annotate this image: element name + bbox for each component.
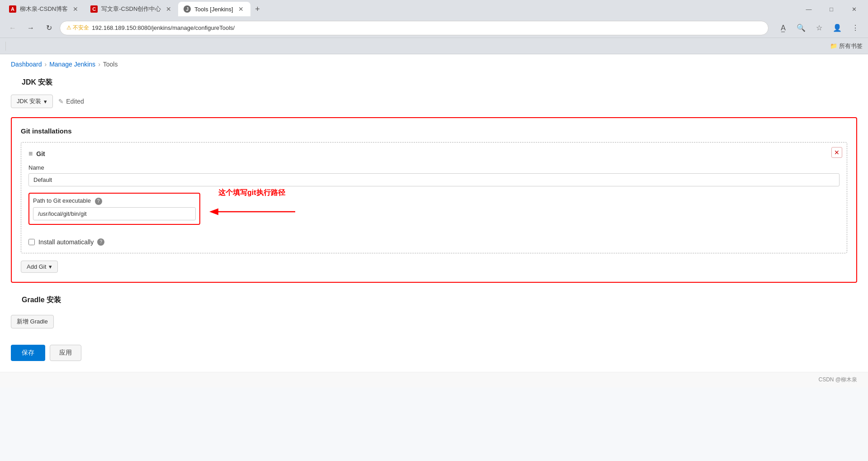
reload-button[interactable]: ↻	[42, 21, 56, 35]
install-auto-label: Install automatically	[38, 238, 94, 246]
close-window-button[interactable]: ✕	[844, 2, 864, 16]
address-bar-input[interactable]: ⚠ 不安全 192.168.189.150:8080/jenkins/manag…	[60, 21, 769, 35]
back-button[interactable]: ←	[5, 21, 20, 35]
git-card-name-label: Git	[36, 150, 45, 157]
tab-jenkins[interactable]: J Tools [Jenkins] ✕	[178, 2, 250, 16]
git-path-label: Path to Git executable ?	[33, 197, 196, 205]
tab-title-csdn-write: 写文章-CSDN创作中心	[101, 5, 161, 13]
tab-favicon-csdn2: C	[90, 5, 98, 13]
git-name-label: Name	[28, 164, 840, 171]
menu-icon[interactable]: ⋮	[848, 21, 863, 35]
tab-title-csdn-blog: 柳木泉-CSDN博客	[20, 5, 68, 13]
gradle-section-title: Gradle 安装	[11, 292, 857, 310]
profile-icon[interactable]: 👤	[830, 21, 844, 35]
edit-pencil-icon: ✎	[58, 98, 64, 105]
breadcrumb: Dashboard › Manage Jenkins › Tools	[0, 54, 868, 74]
search-icon[interactable]: 🔍	[794, 21, 808, 35]
gradle-section: Gradle 安装 新增 Gradle	[0, 292, 868, 337]
tab-close-csdn-write[interactable]: ✕	[165, 5, 173, 13]
action-buttons-row: 保存 应用	[0, 337, 868, 372]
add-git-row: Add Git ▾	[21, 261, 847, 273]
git-path-annotation-container: 这个填写git执行路径	[28, 193, 840, 225]
security-warning: ⚠ 不安全	[66, 24, 89, 32]
apply-button[interactable]: 应用	[50, 345, 81, 361]
breadcrumb-dashboard[interactable]: Dashboard	[11, 61, 42, 68]
install-auto-help-icon[interactable]: ?	[97, 238, 104, 246]
page-footer: CSDN @柳木泉	[0, 372, 868, 387]
git-card: ≡ Git ✕ Name 这个填写git执行路径	[21, 142, 847, 253]
install-auto-checkbox[interactable]	[28, 239, 35, 245]
git-path-input[interactable]	[33, 207, 196, 220]
jdk-edited-label: ✎ Edited	[58, 98, 84, 105]
new-tab-button[interactable]: +	[250, 2, 265, 16]
forward-button[interactable]: →	[24, 21, 38, 35]
git-name-input[interactable]	[28, 173, 840, 186]
jdk-section-title: JDK 安装	[11, 74, 857, 93]
jdk-dropdown[interactable]: JDK 安装 ▾	[11, 95, 53, 108]
tab-title-jenkins: Tools [Jenkins]	[194, 6, 233, 13]
tab-close-jenkins[interactable]: ✕	[237, 5, 245, 13]
breadcrumb-sep1: ›	[45, 61, 47, 68]
minimize-button[interactable]: —	[798, 2, 819, 16]
address-text: 192.168.189.150:8080/jenkins/manage/conf…	[92, 24, 235, 31]
git-card-header: ≡ Git	[28, 150, 840, 158]
add-gradle-button[interactable]: 新增 Gradle	[11, 315, 54, 328]
save-button[interactable]: 保存	[11, 345, 45, 361]
breadcrumb-manage-jenkins[interactable]: Manage Jenkins	[49, 61, 95, 68]
tab-csdn-write[interactable]: C 写文章-CSDN创作中心 ✕	[85, 2, 178, 16]
install-auto-row: Install automatically ?	[28, 238, 840, 246]
annotation-text: 这个填写git执行路径	[218, 188, 285, 198]
breadcrumb-tools: Tools	[103, 61, 118, 68]
tab-favicon-csdn1: A	[9, 5, 16, 13]
tab-csdn-blog[interactable]: A 柳木泉-CSDN博客 ✕	[4, 2, 85, 16]
translate-icon[interactable]: A̲	[776, 21, 790, 35]
annotation-arrow	[209, 206, 300, 219]
add-git-button[interactable]: Add Git ▾	[21, 261, 58, 273]
add-git-arrow: ▾	[49, 263, 52, 270]
bookmark-icon[interactable]: ☆	[812, 21, 826, 35]
tab-favicon-jenkins: J	[184, 5, 191, 13]
jdk-dropdown-arrow: ▾	[44, 98, 47, 105]
git-section-title: Git installations	[21, 127, 847, 135]
drag-handle-icon[interactable]: ≡	[28, 150, 33, 158]
tab-close-csdn-blog[interactable]: ✕	[71, 5, 80, 13]
jdk-section: JDK 安装 JDK 安装 ▾ ✎ Edited	[0, 74, 868, 117]
git-remove-button[interactable]: ✕	[831, 147, 842, 158]
breadcrumb-sep2: ›	[98, 61, 100, 68]
git-path-highlight-box: Path to Git executable ?	[28, 193, 200, 225]
git-name-group: Name	[28, 164, 840, 186]
bookmarks-bar-label: 📁 所有书签	[830, 42, 863, 50]
path-help-icon[interactable]: ?	[95, 198, 102, 205]
git-installations-section: Git installations ≡ Git ✕ Name	[11, 117, 857, 283]
maximize-button[interactable]: □	[821, 2, 842, 16]
